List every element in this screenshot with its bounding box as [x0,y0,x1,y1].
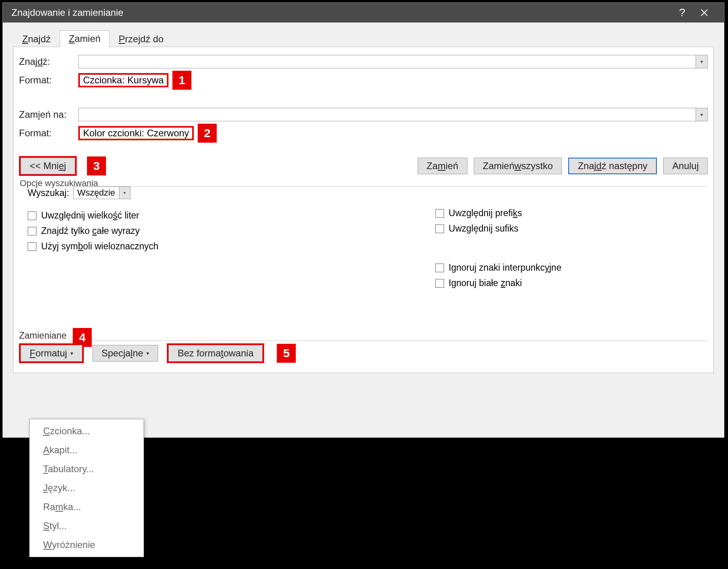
search-direction-dropdown[interactable]: ▾ [119,187,130,199]
callout-3: 3 [87,156,106,175]
find-format-label: Format: [19,75,78,86]
search-options-group: Opcje wyszukiwania [19,178,708,188]
find-next-button[interactable]: Znajdź następny [568,158,657,174]
menu-language[interactable]: Język... [30,479,144,497]
format-dropdown-menu: Czcionka... Akapit... Tabulatory... Języ… [29,419,144,557]
replace-all-button[interactable]: Zamień wszystko [474,158,562,174]
find-input-combo[interactable]: ▾ [78,55,708,68]
suffix-checkbox[interactable]: Uwzględnij sufiks [435,223,562,234]
help-button[interactable]: ? [671,3,693,23]
menu-frame[interactable]: Ramka... [30,497,144,516]
callout-1: 1 [172,71,191,90]
titlebar: Znajdowanie i zamienianie ? [3,3,724,23]
less-button[interactable]: << Mniej [21,158,75,174]
ignore-ws-checkbox[interactable]: Ignoruj białe znaki [435,278,562,288]
find-replace-dialog: Znajdowanie i zamienianie ? Znajdź Zamie… [2,2,724,438]
replace-format-value: Kolor czcionki: Czerwony [80,127,192,139]
find-input[interactable] [79,55,696,68]
dialog-title: Znajdowanie i zamienianie [11,7,671,18]
menu-paragraph[interactable]: Akapit... [30,441,144,460]
format-button[interactable]: Formatuj▾ [21,345,82,362]
menu-style[interactable]: Styl... [30,516,144,535]
cancel-button[interactable]: Anuluj [663,158,708,174]
whole-words-checkbox[interactable]: Znajdź tylko całe wyrazy [28,226,159,236]
wildcards-checkbox[interactable]: Użyj symboli wieloznacznych [28,241,159,252]
replace-input-combo[interactable]: ▾ [78,108,708,121]
search-direction-label: Wyszukaj: [28,188,69,198]
menu-font[interactable]: Czcionka... [30,422,144,441]
callout-5: 5 [277,344,296,363]
match-case-checkbox[interactable]: Uwzględnij wielkość liter [28,210,159,221]
tab-replace[interactable]: Zamień [60,30,110,47]
no-formatting-button[interactable]: Bez formatowania [168,345,263,362]
search-direction-value: Wszędzie [74,187,119,199]
find-format-value: Czcionka: Kursywa [80,74,167,86]
find-label: Znajdź: [19,56,78,67]
replace-format-group: Zamieniane [19,330,66,341]
prefix-checkbox[interactable]: Uwzględnij prefiks [435,208,562,219]
replace-history-dropdown[interactable]: ▾ [696,108,707,121]
close-button[interactable] [693,3,715,23]
replace-button[interactable]: Zamień [418,158,467,174]
replace-format-label: Format: [19,128,78,139]
ignore-punct-checkbox[interactable]: Ignoruj znaki interpunkcyjne [435,262,562,273]
replace-panel: Znajdź: ▾ Format: Czcionka: Kursywa 1 Za… [13,47,714,373]
tab-find[interactable]: Znajdź [13,31,60,47]
menu-highlight[interactable]: Wyróżnienie [30,535,144,554]
tab-goto[interactable]: Przejdź do [110,31,172,47]
replace-label: Zamień na: [19,109,78,120]
callout-2: 2 [198,124,217,143]
special-button[interactable]: Specjalne▾ [93,345,158,362]
dialog-content: Znajdź Zamień Przejdź do Znajdź: ▾ Forma… [3,23,724,437]
menu-tabs[interactable]: Tabulatory... [30,460,144,479]
replace-input[interactable] [79,108,696,121]
tabs: Znajdź Zamień Przejdź do [13,30,714,47]
find-history-dropdown[interactable]: ▾ [696,55,707,68]
